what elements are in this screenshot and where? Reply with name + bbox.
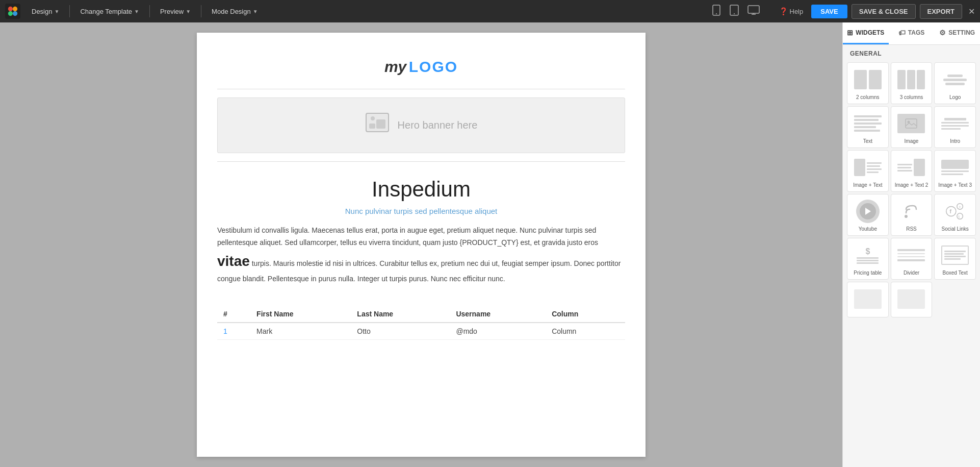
social-shape: f + t — [943, 200, 967, 223]
divider-after-hero — [217, 161, 625, 162]
widget-rss[interactable]: RSS — [891, 194, 933, 236]
widget-boxedtext[interactable]: Boxed Text — [934, 238, 976, 280]
widget-extra1[interactable] — [847, 282, 889, 317]
widget-pricingtable-label: Pricing table — [849, 270, 886, 276]
cell-id: 1 — [217, 323, 250, 340]
widget-pricingtable-preview: $ — [853, 242, 883, 268]
tags-icon: 🏷 — [898, 29, 906, 37]
tab-tags[interactable]: 🏷 TAGS — [889, 22, 935, 44]
tab-widgets[interactable]: ⊞ WIDGETS — [843, 22, 889, 44]
divider-shape — [897, 245, 925, 265]
section-subtitle: Nunc pulvinar turpis sed pellentesque al… — [217, 207, 625, 215]
widget-logo-preview — [940, 67, 970, 92]
svg-rect-12 — [369, 124, 375, 129]
device-selector — [709, 3, 763, 20]
col-header-hash: # — [217, 306, 250, 323]
svg-point-5 — [716, 13, 717, 14]
svg-point-7 — [734, 13, 735, 14]
hero-banner[interactable]: Hero banner here — [217, 97, 625, 153]
widget-youtube-label: Youtube — [849, 226, 886, 232]
svg-text:+: + — [959, 205, 961, 209]
widget-imagetext2[interactable]: Image + Text 2 — [891, 150, 933, 192]
widget-2columns[interactable]: 2 columns — [847, 62, 889, 104]
data-table: # First Name Last Name Username Column 1… — [217, 306, 625, 340]
table-header-row: # First Name Last Name Username Column — [217, 306, 625, 323]
image-shape — [897, 114, 925, 133]
separator-3 — [201, 5, 201, 17]
content-section: Inspedium Nunc pulvinar turpis sed pelle… — [217, 167, 625, 296]
widget-youtube[interactable]: Youtube — [847, 194, 889, 236]
change-template-menu[interactable]: Change Template ▼ — [76, 6, 143, 17]
widget-3columns-label: 3 columns — [893, 94, 930, 101]
widget-logo[interactable]: Logo — [934, 62, 976, 104]
separator-1 — [69, 5, 70, 17]
cell-column: Column — [546, 323, 625, 340]
panel-general-label: GENERAL — [843, 45, 980, 60]
widget-extra2[interactable] — [891, 282, 933, 317]
tablet-device-button[interactable] — [726, 3, 742, 20]
tab-setting[interactable]: ⚙ SETTING — [934, 22, 980, 44]
divider-after-logo — [217, 89, 625, 89]
widget-extra2-preview — [896, 286, 926, 312]
right-panel: ⊞ WIDGETS 🏷 TAGS ⚙ SETTING GENERAL 2 col… — [842, 22, 980, 467]
widget-rss-label: RSS — [893, 226, 930, 232]
close-button[interactable]: ✕ — [968, 7, 975, 16]
imgtext-shape — [854, 158, 882, 177]
canvas-area[interactable]: my LOGO Hero banner here — [0, 22, 842, 467]
mode-menu[interactable]: Mode Design ▼ — [208, 6, 262, 17]
table-body: 1 Mark Otto @mdo Column — [217, 323, 625, 340]
widget-imagetext3-preview — [940, 155, 970, 180]
col-header-username: Username — [450, 306, 546, 323]
widget-text-label: Text — [849, 138, 886, 144]
setting-icon: ⚙ — [939, 29, 946, 37]
preview-chevron-icon: ▼ — [186, 9, 191, 14]
widget-sociallinks[interactable]: f + t Social Links — [934, 194, 976, 236]
design-menu[interactable]: Design ▼ — [28, 6, 63, 17]
save-close-button[interactable]: SAVE & CLOSE — [852, 4, 916, 19]
widget-imagetext[interactable]: Image + Text — [847, 150, 889, 192]
3col-shape — [897, 70, 925, 89]
desktop-device-button[interactable] — [744, 3, 763, 20]
widget-sociallinks-preview: f + t — [940, 199, 970, 224]
widget-text[interactable]: Text — [847, 106, 889, 148]
cell-firstname: Mark — [250, 323, 351, 340]
design-chevron-icon: ▼ — [54, 9, 59, 14]
svg-point-14 — [371, 116, 375, 120]
intro-shape — [941, 114, 969, 133]
widget-pricingtable[interactable]: $ Pricing table — [847, 238, 889, 280]
widget-boxedtext-label: Boxed Text — [937, 270, 973, 276]
save-button[interactable]: SAVE — [811, 5, 847, 18]
table-head: # First Name Last Name Username Column — [217, 306, 625, 323]
widget-imagetext2-label: Image + Text 2 — [893, 182, 930, 188]
preview-menu[interactable]: Preview ▼ — [156, 6, 195, 17]
svg-rect-8 — [748, 6, 759, 13]
col-header-column: Column — [546, 306, 625, 323]
svg-text:f: f — [950, 208, 952, 214]
imgtext3-shape — [941, 158, 969, 177]
canvas-content: my LOGO Hero banner here — [197, 33, 646, 355]
widget-3columns-preview — [896, 67, 926, 92]
logo-shape — [941, 70, 969, 89]
col-header-lastname: Last Name — [351, 306, 450, 323]
widgets-icon: ⊞ — [847, 29, 853, 37]
body-text-1: Vestibulum id convallis ligula. Maecenas… — [217, 225, 625, 285]
export-button[interactable]: EXPORT — [920, 4, 962, 19]
toolbar: Design ▼ Change Template ▼ Preview ▼ Mod… — [0, 0, 980, 22]
pricing-shape: $ — [854, 245, 882, 265]
help-link[interactable]: ❓ Help — [779, 7, 804, 15]
widget-sociallinks-label: Social Links — [937, 226, 973, 232]
col-header-firstname: First Name — [250, 306, 351, 323]
widget-boxedtext-preview — [940, 242, 970, 268]
widget-intro[interactable]: Intro — [934, 106, 976, 148]
widget-image[interactable]: Image — [891, 106, 933, 148]
vitae-text: vitae — [217, 253, 250, 269]
widget-imagetext3[interactable]: Image + Text 3 — [934, 150, 976, 192]
svg-rect-15 — [906, 119, 917, 128]
widget-divider[interactable]: Divider — [891, 238, 933, 280]
svg-text:t: t — [959, 214, 960, 219]
mobile-device-button[interactable] — [709, 3, 724, 20]
widget-rss-preview — [896, 199, 926, 224]
cell-lastname: Otto — [351, 323, 450, 340]
svg-point-0 — [8, 7, 13, 11]
widget-3columns[interactable]: 3 columns — [891, 62, 933, 104]
